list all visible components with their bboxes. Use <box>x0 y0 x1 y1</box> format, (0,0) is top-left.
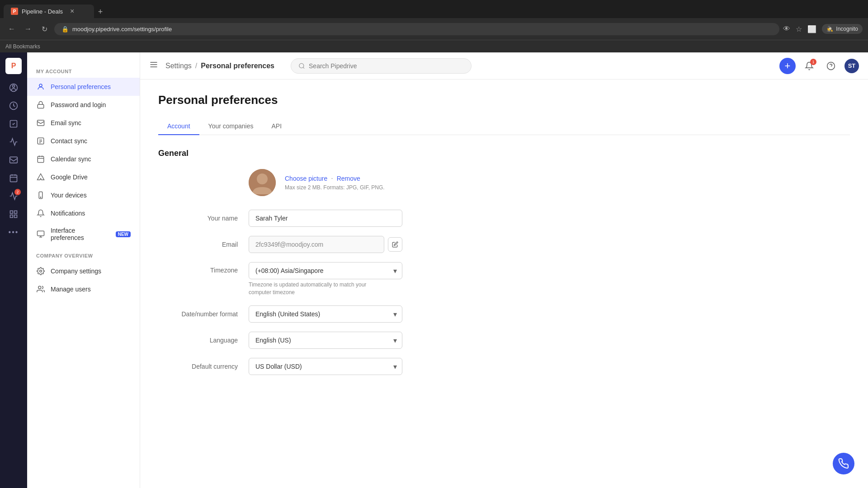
notifications-bell-btn[interactable]: 1 <box>801 58 817 74</box>
bookmarks-bar: All Bookmarks <box>0 40 868 52</box>
new-tab-btn[interactable]: + <box>94 5 107 18</box>
reports-badge: 2 <box>14 189 21 195</box>
bookmarks-label: All Bookmarks <box>5 43 40 50</box>
nav-item-your-devices[interactable]: Your devices <box>27 186 140 204</box>
star-icon[interactable]: ☆ <box>796 25 802 33</box>
email-edit-btn[interactable] <box>388 237 402 252</box>
nav-label-your-devices: Your devices <box>51 192 87 199</box>
nav-item-email-sync[interactable]: Email sync <box>27 114 140 132</box>
sidebar-icon-leads[interactable] <box>5 134 22 150</box>
svg-rect-17 <box>38 156 44 163</box>
my-account-section-label: MY ACCOUNT <box>27 65 140 78</box>
sidebar-icon-deals[interactable] <box>5 98 22 114</box>
sidebar-icon-more[interactable]: ••• <box>5 224 22 240</box>
svg-rect-20 <box>37 231 44 236</box>
devices-icon <box>36 191 45 200</box>
nav-item-notifications[interactable]: Notifications <box>27 204 140 222</box>
nav-item-contact-sync[interactable]: Contact sync <box>27 132 140 150</box>
date-format-control: English (United States) ▾ <box>249 305 402 323</box>
sidebar-icon-reports[interactable]: 2 <box>5 188 22 204</box>
nav-label-manage-users: Manage users <box>51 286 91 293</box>
sidebar-icon-mail[interactable] <box>5 152 22 168</box>
timezone-select-wrapper: (+08:00) Asia/Singapore ▾ <box>249 262 402 279</box>
search-input[interactable] <box>309 62 464 70</box>
app-logo[interactable]: P <box>5 58 22 74</box>
currency-label: Default currency <box>158 363 249 370</box>
svg-rect-7 <box>14 211 17 214</box>
email-input[interactable] <box>249 236 384 253</box>
breadcrumb-current: Personal preferences <box>201 62 274 70</box>
svg-rect-11 <box>38 104 44 108</box>
help-fab-btn[interactable] <box>833 453 854 474</box>
help-btn[interactable] <box>823 58 839 74</box>
language-control: English (US) ▾ <box>249 332 402 349</box>
breadcrumb: Settings / Personal preferences <box>165 62 274 70</box>
date-format-select-wrapper: English (United States) ▾ <box>249 305 402 323</box>
svg-rect-6 <box>10 211 13 214</box>
company-overview-section-label: COMPANY OVERVIEW <box>27 249 140 262</box>
profile-avatar[interactable] <box>249 169 276 196</box>
picture-hint: Max size 2 MB. Formats: JPG, GIF, PNG. <box>285 184 385 191</box>
date-format-select[interactable]: English (United States) <box>249 305 402 323</box>
nav-label-company-settings: Company settings <box>51 267 101 275</box>
menu-toggle-btn[interactable] <box>149 60 158 71</box>
svg-point-19 <box>40 197 41 198</box>
browser-tab[interactable]: P Pipeline - Deals × <box>4 5 94 18</box>
remove-picture-link[interactable]: Remove <box>337 175 360 182</box>
nav-label-calendar-sync: Calendar sync <box>51 155 91 163</box>
svg-rect-12 <box>38 120 44 126</box>
tab-api[interactable]: API <box>262 118 291 135</box>
picture-actions: Choose picture · Remove Max size 2 MB. F… <box>285 174 385 191</box>
nav-item-personal-preferences[interactable]: Personal preferences <box>27 78 140 96</box>
choose-picture-link[interactable]: Choose picture <box>285 175 327 182</box>
link-separator: · <box>331 174 333 183</box>
timezone-control: (+08:00) Asia/Singapore ▾ Timezone is up… <box>249 262 402 296</box>
sidebar-icon-calendar[interactable] <box>5 170 22 186</box>
svg-point-22 <box>38 286 41 289</box>
nav-icons: 👁 ☆ ⬜ 🕵 Incognito <box>783 24 863 34</box>
nav-item-interface-preferences[interactable]: Interface preferences NEW <box>27 222 140 246</box>
nav-item-password-login[interactable]: Password and login <box>27 96 140 114</box>
tab-favicon: P <box>11 8 18 15</box>
language-label: Language <box>158 337 249 344</box>
eye-off-icon[interactable]: 👁 <box>783 25 790 33</box>
sidebar-icon-settings[interactable] <box>5 206 22 222</box>
sidebar-icon-activities[interactable] <box>5 116 22 132</box>
address-bar[interactable]: 🔒 moodjoy.pipedrive.com/settings/profile <box>54 23 779 35</box>
main-content: Personal preferences Account Your compan… <box>140 80 868 488</box>
refresh-btn[interactable]: ↻ <box>38 23 51 35</box>
nav-label-personal-preferences: Personal preferences <box>51 83 111 90</box>
sidebar-toggle-icon[interactable]: ⬜ <box>807 25 816 33</box>
avatar-image <box>249 169 276 196</box>
nav-item-google-drive[interactable]: Google Drive <box>27 168 140 186</box>
avatar[interactable]: ST <box>844 59 859 73</box>
breadcrumb-separator: / <box>195 62 197 70</box>
sidebar-icon-home[interactable] <box>5 80 22 96</box>
nav-label-email-sync: Email sync <box>51 119 81 127</box>
forward-btn[interactable]: → <box>22 23 34 35</box>
breadcrumb-settings-link[interactable]: Settings <box>165 62 192 70</box>
main-header: Settings / Personal preferences + 1 ST <box>140 52 868 80</box>
tab-account[interactable]: Account <box>158 118 199 135</box>
svg-point-26 <box>299 63 304 68</box>
notification-badge: 1 <box>810 59 816 65</box>
back-btn[interactable]: ← <box>5 23 18 35</box>
search-icon <box>298 62 305 70</box>
currency-select[interactable]: US Dollar (USD) <box>249 358 402 375</box>
nav-item-manage-users[interactable]: Manage users <box>27 280 140 298</box>
add-button[interactable]: + <box>779 58 796 74</box>
main-content-area: Settings / Personal preferences + 1 ST <box>140 52 868 488</box>
language-select[interactable]: English (US) <box>249 332 402 349</box>
svg-rect-4 <box>10 157 18 163</box>
address-text: moodjoy.pipedrive.com/settings/profile <box>72 26 172 33</box>
nav-item-company-settings[interactable]: Company settings <box>27 262 140 280</box>
tab-your-companies[interactable]: Your companies <box>199 118 263 135</box>
timezone-select[interactable]: (+08:00) Asia/Singapore <box>249 262 402 279</box>
name-input[interactable] <box>249 210 402 227</box>
tab-close-btn[interactable]: × <box>70 7 74 15</box>
google-drive-icon <box>36 173 45 182</box>
company-settings-icon <box>36 267 45 276</box>
header-search[interactable] <box>291 58 472 74</box>
nav-item-calendar-sync[interactable]: Calendar sync <box>27 150 140 168</box>
timezone-label: Timezone <box>158 262 249 274</box>
